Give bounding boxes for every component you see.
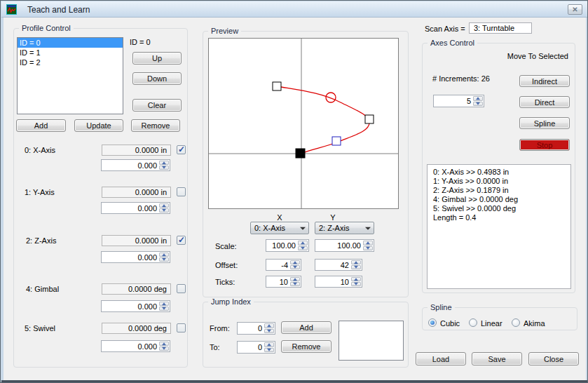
axis-enable-checkbox[interactable] [177,187,186,196]
x-axis-select[interactable]: 0: X-Axis [250,222,309,234]
spin-down-button[interactable] [351,265,361,269]
jump-from-spinner[interactable]: 0 [237,322,275,335]
spin-down-button[interactable] [473,102,483,107]
axis-label-z: 2: Z-Axis [26,236,56,245]
y-column-label: Y [315,213,351,222]
spin-up-button[interactable] [264,323,274,328]
save-button[interactable]: Save [472,352,522,365]
spin-up-button[interactable] [264,342,274,347]
spin-up-button[interactable] [159,253,169,257]
profile-curve-canvas[interactable] [209,39,398,208]
cubic-radio[interactable] [428,318,437,327]
axis-jog-spinner[interactable]: 0.000 [101,300,170,312]
jump-index-listbox[interactable] [339,321,404,361]
axis-label-y: 1: Y-Axis [25,188,55,196]
spin-down-button[interactable] [159,208,169,213]
spin-down-button[interactable] [351,282,361,286]
spin-down-button[interactable] [298,246,308,251]
offset-label: Offset: [215,261,238,269]
increment-spinner[interactable]: 5 [433,95,484,107]
spin-up-button[interactable] [159,203,169,208]
y-axis-select[interactable]: 2: Z-Axis [315,222,374,234]
axis-position-readout: 0.0000 deg [102,323,171,334]
axis-position-readout: 0.0000 in [102,187,171,198]
axis-enable-checkbox[interactable] [177,145,186,154]
list-item[interactable]: ID = 0 [18,38,123,48]
direct-button[interactable]: Direct [519,96,570,108]
axis-enable-checkbox[interactable] [177,236,186,245]
spin-up-button[interactable] [159,161,169,165]
axis-jog-spinner[interactable]: 0.000 [101,159,170,171]
offset-x-spinner[interactable]: -4 [266,259,301,271]
spin-up-button[interactable] [298,241,308,246]
scale-y-spinner[interactable]: 100.00 [315,239,374,252]
axis-position-readout: 0.0000 in [102,235,171,246]
scale-x-spinner[interactable]: 100.00 [266,239,309,252]
profile-point-marker[interactable] [365,115,374,123]
selected-id-label: ID = 0 [130,38,151,46]
axis-jog-spinner[interactable]: 0.000 [101,340,170,352]
spin-up-button[interactable] [159,342,169,346]
spin-up-button[interactable] [351,260,361,264]
list-item[interactable]: ID = 1 [18,48,123,58]
remove-button[interactable]: Remove [131,119,180,132]
spin-up-button[interactable] [159,302,169,306]
spin-up-button[interactable] [290,260,300,264]
spin-up-button[interactable] [473,96,483,101]
scan-axis-field[interactable]: 3: Turntable [469,22,532,34]
chevron-down-icon [362,222,374,234]
spin-down-button[interactable] [290,265,300,269]
origin-point-marker[interactable] [296,149,305,158]
teach-and-learn-dialog: Teach and Learn ✕ Profile Control ID = 0… [0,0,588,383]
offset-y-spinner[interactable]: 42 [315,259,362,271]
spin-down-button[interactable] [159,257,169,262]
window-title: Teach and Learn [27,5,90,15]
load-button[interactable]: Load [416,352,466,365]
spin-up-button[interactable] [290,277,300,281]
indirect-button[interactable]: Indirect [519,75,570,87]
ticks-y-spinner[interactable]: 10 [315,276,362,288]
spin-up-button[interactable] [351,277,361,281]
spin-up-button[interactable] [363,241,373,246]
increments-label: # Increments: 26 [432,74,490,83]
status-line: Length = 0.4 [433,213,565,222]
spin-down-button[interactable] [159,347,169,351]
spin-down-button[interactable] [363,246,373,251]
axis-label-x: 0: X-Axis [25,146,55,154]
highlighted-point-marker[interactable] [332,137,341,145]
ticks-x-spinner[interactable]: 10 [266,276,301,288]
spin-down-button[interactable] [264,329,274,334]
axis-enable-checkbox[interactable] [177,323,186,332]
up-button[interactable]: Up [132,52,182,65]
akima-radio[interactable] [512,318,520,327]
down-button[interactable]: Down [132,72,182,85]
close-window-button[interactable]: ✕ [568,4,582,15]
spline-move-button[interactable]: Spline [519,117,570,129]
profile-point-marker[interactable] [273,82,281,90]
selected-point-marker[interactable] [326,93,336,102]
jump-remove-button[interactable]: Remove [281,340,331,353]
spin-down-button[interactable] [264,348,274,353]
add-profile-button[interactable]: Add [16,119,66,132]
jump-add-button[interactable]: Add [281,321,331,334]
axis-jog-spinner[interactable]: 0.000 [101,202,170,214]
title-bar[interactable]: Teach and Learn ✕ [1,1,588,18]
spin-down-button[interactable] [290,282,300,286]
linear-radio[interactable] [469,318,477,327]
close-button[interactable]: Close [528,352,579,365]
scale-label: Scale: [215,242,237,250]
stop-button[interactable]: Stop [519,139,570,151]
akima-radio-label: Akima [524,319,545,328]
update-button[interactable]: Update [74,119,123,132]
preview-plot[interactable] [208,38,399,209]
axis-enable-checkbox[interactable] [177,284,186,293]
axis-jog-spinner[interactable]: 0.000 [101,251,170,263]
jump-to-spinner[interactable]: 0 [237,341,275,354]
chevron-down-icon [297,222,308,234]
profile-listbox[interactable]: ID = 0 ID = 1 ID = 2 [17,37,123,114]
clear-button[interactable]: Clear [132,99,182,112]
spin-down-button[interactable] [159,166,169,170]
list-item[interactable]: ID = 2 [18,58,123,67]
spin-down-button[interactable] [159,307,169,311]
axes-status-box[interactable]: 0: X-Axis >> 0.4983 in 1: Y-Axis >> 0.00… [427,164,571,289]
